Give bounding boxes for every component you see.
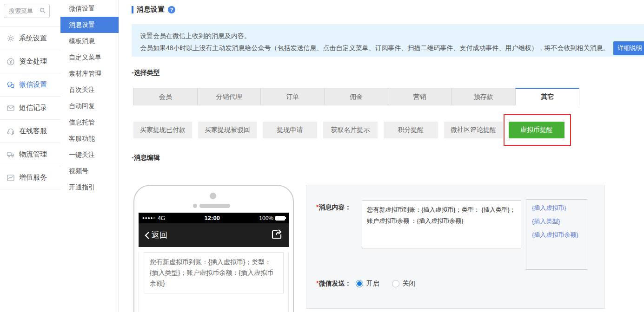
- signal-dots: ●●●●○: [142, 216, 156, 220]
- signal-indicator: ●●●●○ 4G: [142, 215, 165, 221]
- status-time: 12:00: [165, 214, 259, 221]
- sidebar-item-online-service[interactable]: 在线客服: [0, 120, 60, 143]
- chart-icon: [7, 174, 15, 182]
- secondary-sidebar: 微信设置 消息设置 模板消息 自定义菜单 素材库管理 首次关注 自动回复 信息托…: [60, 0, 119, 312]
- submenu-item-activation-guide[interactable]: 开通指引: [60, 179, 119, 195]
- primary-menu: 系统设置 资金处理 微信设置 短信记录 在线客服: [0, 26, 60, 189]
- search-box[interactable]: [4, 4, 50, 18]
- subtype-virtual-currency-reminder[interactable]: 虚拟币提醒: [509, 122, 564, 138]
- gear-icon: [7, 34, 15, 43]
- sidebar-item-label: 短信记录: [19, 104, 47, 112]
- sidebar-item-sms-records[interactable]: 短信记录: [0, 97, 60, 120]
- submenu-item-custom-menu[interactable]: 自定义菜单: [60, 49, 119, 65]
- envelope-icon: [7, 104, 15, 112]
- battery-icon: [275, 216, 285, 221]
- notice-line2: 会员如果48小时以上没有主动发消息给公众号（包括发送信息、点击自定义菜单、订阅事…: [140, 41, 636, 55]
- tab-commission[interactable]: 佣金: [325, 88, 388, 105]
- type-tabs: 会员 分销代理 订单 佣金 营销 预存款 其它: [133, 88, 579, 105]
- share-icon[interactable]: [271, 229, 283, 242]
- sidebar-item-logistics[interactable]: 物流管理: [0, 143, 60, 166]
- truck-icon: [7, 150, 15, 159]
- tab-marketing[interactable]: 营销: [388, 88, 452, 105]
- submenu-item-wechat-settings[interactable]: 微信设置: [60, 0, 119, 17]
- sidebar-item-wechat-settings[interactable]: 微信设置: [0, 73, 60, 97]
- submenu-item-info-hosting[interactable]: 信息托管: [60, 114, 119, 130]
- select-type-label: -选择类型: [132, 69, 160, 77]
- submenu-item-material-library[interactable]: 素材库管理: [60, 65, 119, 82]
- edit-section-label: -消息编辑: [132, 154, 160, 162]
- phone-content: 您有新虚拟币到账：{插入虚拟币}；类型：{插入类型}；账户虚拟币余额：{插入虚拟…: [139, 252, 289, 312]
- phone-speaker-bar: [199, 204, 230, 208]
- sidebar-item-label: 资金处理: [19, 57, 47, 66]
- content-label: *消息内容：: [316, 203, 351, 212]
- tab-order[interactable]: 订单: [261, 88, 325, 105]
- submenu-item-auto-reply[interactable]: 自动回复: [60, 98, 119, 114]
- tab-distribution-agent[interactable]: 分销代理: [198, 88, 261, 105]
- radio-option-off[interactable]: 关闭: [392, 280, 415, 288]
- phone-sensor-dot: [193, 204, 197, 208]
- radio-on-circle[interactable]: [356, 280, 363, 287]
- insert-virtual-currency-link[interactable]: {插入虚拟币}: [532, 204, 581, 212]
- insert-type-link[interactable]: {插入类型}: [532, 217, 581, 226]
- wechat-icon: [7, 81, 15, 89]
- insert-balance-link[interactable]: {插入虚拟币余额}: [532, 231, 581, 239]
- battery-percent: 100%: [259, 215, 273, 221]
- subtype-withdraw-paid[interactable]: 买家提现已付款: [133, 122, 192, 138]
- title-accent-bar: [132, 6, 133, 13]
- subtype-buttons: 买家提现已付款 买家提现被驳回 提现申请 获取名片提示 积分提醒 微社区评论提醒…: [133, 122, 564, 138]
- submenu-item-template-message[interactable]: 模板消息: [60, 33, 119, 49]
- submenu-item-first-follow[interactable]: 首次关注: [60, 82, 119, 98]
- tab-deposit[interactable]: 预存款: [452, 88, 516, 105]
- headset-icon: [7, 127, 15, 136]
- phone-camera-dot: [210, 193, 216, 199]
- send-label: *微信发送：: [316, 280, 351, 288]
- submenu-item-message-settings[interactable]: 消息设置: [60, 17, 119, 33]
- tab-member[interactable]: 会员: [133, 88, 198, 105]
- submenu-item-one-key-follow[interactable]: 一键关注: [60, 147, 119, 163]
- phone-status-bar: ●●●●○ 4G 12:00 100%: [139, 213, 289, 223]
- subtype-get-card-tip[interactable]: 获取名片提示: [323, 122, 378, 138]
- notice-box: 设置会员在微信上收到的消息及内容。 会员如果48小时以上没有主动发消息给公众号（…: [132, 24, 644, 57]
- main-content: 消息设置 ? 设置会员在微信上收到的消息及内容。 会员如果48小时以上没有主动发…: [132, 0, 644, 312]
- back-button[interactable]: 返回: [144, 230, 167, 240]
- sidebar-item-label: 系统设置: [19, 34, 47, 43]
- page-title-row: 消息设置 ?: [132, 5, 175, 14]
- subtype-points-reminder[interactable]: 积分提醒: [384, 122, 438, 138]
- sidebar-item-system-settings[interactable]: 系统设置: [0, 27, 60, 50]
- message-content-textarea[interactable]: 您有新虚拟币到账：{插入虚拟币}；类型： {插入类型}；账户虚拟币余额 ：{插入…: [362, 200, 521, 248]
- submenu-item-video-account[interactable]: 视频号: [60, 163, 119, 179]
- sidebar-item-label: 微信设置: [19, 80, 47, 89]
- battery-indicator: 100%: [259, 215, 285, 221]
- back-label: 返回: [152, 230, 167, 240]
- sidebar-item-label: 物流管理: [19, 150, 47, 159]
- message-edit-form: *消息内容： 您有新虚拟币到账：{插入虚拟币}；类型： {插入类型}；账户虚拟币…: [306, 185, 605, 309]
- search-icon: [40, 7, 46, 15]
- help-icon[interactable]: ?: [168, 6, 175, 13]
- search-input[interactable]: [9, 7, 40, 14]
- subtype-community-comment-reminder[interactable]: 微社区评论提醒: [444, 122, 503, 138]
- back-chevron-icon: [144, 231, 150, 240]
- sidebar-item-funds[interactable]: 资金处理: [0, 50, 60, 73]
- notice-line1: 设置会员在微信上收到的消息及内容。: [140, 30, 636, 41]
- phone-mockup: ●●●●○ 4G 12:00 100% 返回 您有新虚拟币到: [133, 185, 294, 312]
- wechat-send-row: *微信发送： 开启 关闭: [316, 280, 415, 288]
- subtype-withdraw-request[interactable]: 提现申请: [263, 122, 317, 138]
- radio-option-on[interactable]: 开启: [356, 280, 379, 288]
- radio-on-label: 开启: [366, 280, 379, 288]
- message-preview: 您有新虚拟币到账：{插入虚拟币}；类型：{插入类型}；账户虚拟币余额：{插入虚拟…: [144, 252, 284, 293]
- detail-button[interactable]: 详细说明: [613, 41, 644, 55]
- insert-variables-box: {插入虚拟币} {插入类型} {插入虚拟币余额}: [526, 199, 587, 270]
- network-type: 4G: [158, 215, 165, 221]
- radio-off-label: 关闭: [402, 280, 415, 288]
- tab-other[interactable]: 其它: [515, 88, 579, 105]
- subtype-withdraw-rejected[interactable]: 买家提现被驳回: [198, 122, 257, 138]
- sidebar-item-label: 增值服务: [19, 173, 47, 182]
- phone-nav-bar: 返回: [139, 223, 289, 247]
- radio-off-circle[interactable]: [392, 280, 399, 287]
- page-title: 消息设置: [137, 5, 165, 14]
- primary-sidebar: 系统设置 资金处理 微信设置 短信记录 在线客服: [0, 0, 60, 312]
- submenu-item-service-features[interactable]: 客服功能: [60, 130, 119, 147]
- sidebar-item-value-added[interactable]: 增值服务: [0, 166, 60, 189]
- sidebar-item-label: 在线客服: [19, 127, 47, 136]
- phone-screen: ●●●●○ 4G 12:00 100% 返回 您有新虚拟币到: [139, 213, 289, 312]
